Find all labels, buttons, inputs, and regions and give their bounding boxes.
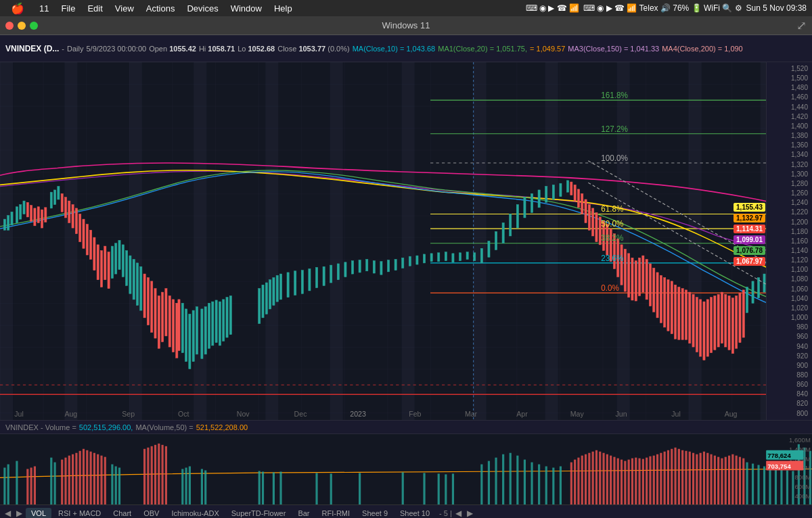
svg-rect-290 — [90, 452, 92, 504]
menu-window[interactable]: Window — [225, 2, 267, 15]
svg-rect-158 — [631, 258, 633, 300]
apple-menu[interactable]: 🍎 — [5, 1, 30, 16]
svg-text:1,600M: 1,600M — [789, 437, 811, 444]
price-tag-4: 1,099.01 — [734, 235, 765, 244]
tab-ichimoku[interactable]: Ichimoku-ADX — [166, 508, 224, 519]
menubar-left: 🍎 11 File Edit View Actions Devices Wind… — [5, 1, 298, 16]
svg-text:161.8%: 161.8% — [601, 91, 628, 99]
svg-rect-104 — [351, 261, 353, 274]
svg-rect-55 — [147, 277, 149, 325]
svg-rect-299 — [158, 444, 160, 504]
price-scale: 1,520 1,500 1,480 1,460 1,440 1,420 1,40… — [766, 62, 812, 420]
svg-rect-310 — [599, 452, 601, 504]
menu-help[interactable]: Help — [269, 2, 298, 15]
svg-rect-64 — [178, 300, 180, 351]
svg-rect-32 — [54, 190, 56, 205]
svg-rect-54 — [143, 274, 145, 318]
menu-actions[interactable]: Actions — [141, 2, 181, 15]
tab-sheet10[interactable]: Sheet 10 — [394, 508, 435, 519]
svg-rect-95 — [287, 273, 289, 298]
svg-rect-126 — [552, 185, 554, 199]
tab-vol[interactable]: VOL — [26, 508, 51, 519]
svg-text:Dec: Dec — [294, 410, 307, 418]
svg-rect-47 — [86, 225, 88, 255]
svg-rect-61 — [168, 296, 171, 347]
svg-rect-266 — [560, 467, 562, 504]
menu-view[interactable]: View — [110, 2, 139, 15]
svg-rect-280 — [30, 468, 32, 504]
close-button[interactable] — [5, 22, 14, 30]
price-tag-5: 1,076.78 — [734, 246, 765, 255]
vol-ma-label: MA(Volume,50) = — [135, 423, 193, 431]
price-1100: 1,100 — [768, 266, 811, 273]
svg-text:127.2%: 127.2% — [601, 124, 628, 133]
maximize-button[interactable] — [30, 22, 38, 30]
tab-sheet9[interactable]: Sheet 9 — [357, 508, 393, 519]
svg-text:50.0%: 50.0% — [601, 219, 624, 228]
svg-rect-112 — [409, 256, 411, 266]
svg-rect-148 — [595, 212, 597, 241]
svg-rect-267 — [746, 463, 748, 504]
svg-rect-317 — [624, 461, 626, 504]
menu-devices[interactable]: Devices — [181, 2, 223, 15]
svg-text:May: May — [570, 410, 585, 418]
tab-bar[interactable]: Bar — [292, 508, 315, 519]
tab-nav-left[interactable]: ◀ — [453, 509, 464, 518]
svg-rect-318 — [628, 460, 630, 504]
chart-header: VNINDEX (D... - Daily 5/9/2023 00:00:00 … — [0, 35, 812, 62]
chart-main[interactable]: 161.8% 1399.26 127.2% 1318.49 100.0% 126… — [0, 62, 812, 420]
svg-rect-37 — [37, 207, 39, 223]
svg-rect-123 — [531, 193, 533, 212]
svg-text:Jul: Jul — [671, 410, 681, 418]
svg-rect-271 — [769, 468, 771, 504]
svg-rect-193 — [459, 253, 461, 261]
svg-rect-91 — [269, 280, 271, 309]
svg-rect-293 — [100, 456, 102, 504]
svg-rect-253 — [445, 474, 447, 504]
svg-rect-272 — [775, 469, 777, 504]
svg-rect-43 — [72, 205, 74, 229]
svg-text:Mar: Mar — [465, 410, 478, 418]
tab-prev-arrow[interactable]: ◀ — [3, 509, 13, 518]
expand-icon[interactable]: ⤢ — [796, 18, 807, 33]
svg-rect-298 — [154, 445, 156, 504]
svg-rect-300 — [162, 445, 164, 504]
menu-edit[interactable]: Edit — [82, 2, 108, 15]
svg-rect-142 — [574, 185, 576, 201]
svg-text:Apr: Apr — [516, 410, 528, 418]
svg-rect-52 — [104, 246, 106, 280]
tab-rsi-macd[interactable]: RSI + MACD — [53, 508, 106, 519]
tab-nav-right[interactable]: ▶ — [465, 509, 475, 518]
tab-chart[interactable]: Chart — [108, 508, 137, 519]
svg-rect-5 — [194, 62, 206, 420]
price-1180: 1,180 — [768, 228, 811, 235]
chart-hi: Hi 1058.71 — [199, 45, 235, 53]
tab-next-arrow[interactable]: ▶ — [14, 509, 24, 518]
chart-open: Open 1055.42 — [149, 45, 196, 53]
price-1460: 1,460 — [768, 93, 811, 101]
price-840: 840 — [768, 390, 811, 398]
svg-rect-179 — [706, 300, 708, 356]
svg-rect-249 — [359, 473, 361, 504]
svg-rect-58 — [158, 296, 160, 348]
svg-rect-334 — [685, 451, 687, 504]
volume-chart: 1,600M 1,400M 1,200M 1,000M 800M 600M 40… — [0, 433, 812, 504]
svg-rect-240 — [189, 467, 191, 504]
menu-app[interactable]: 11 — [34, 2, 54, 15]
svg-text:0.0%: 0.0% — [601, 283, 619, 292]
svg-rect-314 — [613, 457, 615, 504]
svg-rect-182 — [717, 294, 719, 347]
svg-rect-305 — [581, 456, 583, 504]
tab-supertd[interactable]: SuperTD-Flower — [226, 508, 292, 519]
minimize-button[interactable] — [18, 22, 26, 30]
svg-rect-45 — [79, 214, 81, 242]
svg-rect-73 — [140, 266, 142, 310]
svg-rect-44 — [75, 208, 77, 234]
svg-rect-263 — [538, 465, 540, 504]
svg-rect-27 — [11, 212, 13, 225]
svg-rect-186 — [731, 298, 734, 354]
tab-rfi-rmi[interactable]: RFI-RMI — [317, 508, 356, 519]
price-1420: 1,420 — [768, 113, 811, 120]
menu-file[interactable]: File — [55, 2, 81, 15]
tab-obv[interactable]: OBV — [138, 508, 164, 519]
